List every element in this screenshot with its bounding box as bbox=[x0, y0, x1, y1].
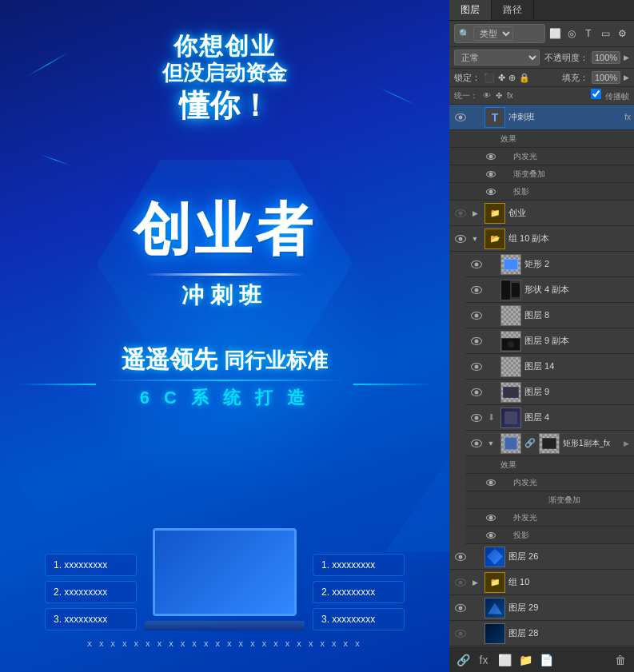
propagate-check[interactable] bbox=[591, 89, 601, 99]
layer-expand-group10copy[interactable]: ▼ bbox=[469, 233, 481, 245]
tab-paths[interactable]: 路径 bbox=[492, 0, 534, 20]
layer-expand-layer14[interactable] bbox=[484, 360, 497, 373]
layer-item-layer14[interactable]: 图层 14 bbox=[465, 354, 634, 380]
lock-all-btn[interactable]: 🔒 bbox=[519, 73, 530, 83]
opacity-input[interactable] bbox=[592, 51, 620, 64]
effect-inner-glow-rect1[interactable]: 内发光 bbox=[465, 474, 634, 491]
layer-name-chongciban: 冲刺班 bbox=[508, 111, 621, 123]
layer-item-layer4[interactable]: ⬇ 图层 4 bbox=[465, 405, 634, 431]
top-text-area: 你想创业 但没启动资金 懂你！ bbox=[0, 32, 449, 126]
fill-input[interactable] bbox=[592, 71, 620, 84]
layer-item-layer9[interactable]: 图层 9 bbox=[465, 380, 634, 405]
layer-item-layer9copy[interactable]: 图层 9 副本 bbox=[465, 328, 634, 354]
outer-glow-label: 外发光 bbox=[513, 512, 537, 523]
effect-gradient-overlay[interactable]: 渐变叠加 bbox=[449, 165, 634, 183]
layer-item-layer8[interactable]: 图层 8 bbox=[465, 303, 634, 328]
layer-item-rect2[interactable]: 矩形 2 bbox=[465, 252, 634, 277]
add-mask-btn[interactable]: ⬜ bbox=[496, 651, 513, 669]
layer-name-chuangye: 创业 bbox=[508, 207, 631, 219]
layer-visibility-layer14[interactable] bbox=[469, 359, 484, 375]
layer-expand-layer28[interactable] bbox=[469, 627, 481, 640]
eye-icon-chongciban bbox=[455, 113, 466, 121]
layer-visibility-layer28[interactable] bbox=[453, 626, 469, 642]
layer-item-chuangye[interactable]: ▶ 📁 创业 bbox=[449, 201, 634, 226]
effect-vis-gradient[interactable] bbox=[484, 168, 497, 181]
fill-arrow[interactable]: ▶ bbox=[624, 74, 629, 82]
effect-vis-innerglow-rect1[interactable] bbox=[484, 476, 497, 489]
layer-expand-chuangye[interactable]: ▶ bbox=[469, 207, 481, 220]
layer-item-layer29[interactable]: 图层 29 bbox=[449, 595, 634, 621]
search-box[interactable]: 🔍 类型 bbox=[454, 24, 545, 43]
main-title-text: 创业者 bbox=[0, 192, 449, 268]
effect-header-chongciban: 效果 bbox=[449, 130, 634, 148]
layer-visibility-group10[interactable] bbox=[453, 575, 469, 590]
layer-link-btn[interactable]: 🔗 bbox=[454, 651, 472, 669]
gradient-overlay-label: 渐变叠加 bbox=[513, 169, 545, 180]
effect-shadow-rect1[interactable]: 投影 bbox=[465, 527, 634, 544]
blend-mode-select[interactable]: 正常 bbox=[454, 50, 540, 66]
pixel-filter-btn[interactable]: ⬜ bbox=[548, 26, 562, 41]
unify-visibility-btn[interactable]: 👁 bbox=[483, 91, 491, 100]
layer-visibility-rect2[interactable] bbox=[469, 256, 484, 272]
deco-line-left bbox=[16, 384, 96, 385]
effect-inner-glow[interactable]: 内发光 bbox=[449, 148, 634, 165]
effect-vis-outerglow[interactable] bbox=[484, 511, 497, 524]
layer-visibility-group10copy[interactable] bbox=[453, 231, 469, 247]
layer-visibility-layer9[interactable] bbox=[469, 384, 484, 400]
opacity-arrow[interactable]: ▶ bbox=[624, 54, 629, 62]
text-filter-btn[interactable]: T bbox=[581, 26, 596, 41]
unify-style-btn[interactable]: fx bbox=[507, 91, 513, 100]
layer-visibility-chuangye[interactable] bbox=[453, 205, 469, 221]
layer-expand-shape4copy[interactable] bbox=[484, 284, 497, 296]
layer-expand-layer29[interactable] bbox=[469, 602, 481, 614]
effect-vis-shadow[interactable] bbox=[484, 185, 497, 198]
layer-item-layer26[interactable]: 图层 26 bbox=[449, 544, 634, 570]
layer-item-chongciban[interactable]: T 冲刺班 fx bbox=[449, 105, 634, 130]
layer-visibility-chongciban[interactable] bbox=[453, 109, 469, 125]
lock-artboard-btn[interactable]: ⊕ bbox=[508, 73, 516, 83]
layer-name-layer8: 图层 8 bbox=[524, 309, 631, 321]
tab-layers[interactable]: 图层 bbox=[449, 0, 492, 20]
lock-pixel-btn[interactable]: ⬛ bbox=[484, 73, 495, 83]
layer-expand-layer9[interactable] bbox=[484, 386, 497, 399]
effect-gradient-rect1[interactable]: 渐变叠加 bbox=[465, 491, 634, 509]
laptop-area: 1. xxxxxxxxx 2. xxxxxxxxx 3. xxxxxxxxx 1… bbox=[16, 528, 433, 630]
layer-item-shape4copy[interactable]: 形状 4 副本 bbox=[465, 277, 634, 303]
layer-expand-group10[interactable]: ▶ bbox=[469, 576, 481, 589]
type-filter-select[interactable]: 类型 bbox=[473, 26, 513, 41]
layer-item-group10copy[interactable]: ▼ 📂 组 10 副本 bbox=[449, 226, 634, 252]
layer-item-layer28[interactable]: 图层 28 bbox=[449, 621, 634, 646]
layer-visibility-layer29[interactable] bbox=[453, 600, 469, 616]
layer-expand-rect1copy[interactable]: ▼ bbox=[484, 437, 497, 450]
layer-item-group10[interactable]: ▶ 📁 组 10 bbox=[449, 570, 634, 595]
layer-visibility-rect1copy[interactable] bbox=[469, 435, 484, 451]
unify-position-btn[interactable]: ✤ bbox=[496, 91, 502, 100]
smart-filter-btn[interactable]: ⚙ bbox=[615, 26, 629, 41]
layer-visibility-shape4copy[interactable] bbox=[469, 282, 484, 298]
layer-expand-layer9copy[interactable] bbox=[484, 335, 497, 348]
layer-expand-layer8[interactable] bbox=[484, 309, 497, 322]
add-style-btn[interactable]: fx bbox=[475, 651, 492, 669]
layer-visibility-layer8[interactable] bbox=[469, 308, 484, 324]
layer-item-rect1copy[interactable]: ▼ 🔗 矩形1副本_fx ▶ bbox=[465, 431, 634, 456]
lock-position-btn[interactable]: ✤ bbox=[498, 73, 505, 83]
layer-expand-layer26[interactable] bbox=[469, 551, 481, 563]
shape-filter-btn[interactable]: ▭ bbox=[598, 26, 612, 41]
effect-vis-innerglow[interactable] bbox=[484, 150, 497, 163]
new-layer-btn[interactable]: 📄 bbox=[537, 651, 555, 669]
layer-visibility-layer9copy[interactable] bbox=[469, 333, 484, 349]
delete-layer-btn[interactable]: 🗑 bbox=[612, 651, 629, 669]
layer-expand-chongciban[interactable] bbox=[469, 111, 481, 124]
eye-icon-innerglow bbox=[486, 153, 496, 160]
propagate-checkbox[interactable]: 传播帧 bbox=[591, 89, 629, 102]
layer-expand-rect2[interactable] bbox=[484, 258, 497, 271]
adjust-filter-btn[interactable]: ◎ bbox=[564, 26, 579, 41]
layer-visibility-layer26[interactable] bbox=[453, 549, 469, 565]
new-group-btn[interactable]: 📁 bbox=[516, 651, 534, 669]
layer-name-group10copy: 组 10 副本 bbox=[508, 233, 631, 245]
layer-visibility-layer4[interactable] bbox=[469, 410, 484, 426]
effect-vis-shadow-rect1[interactable] bbox=[484, 529, 497, 542]
effect-outer-glow-rect1[interactable]: 外发光 bbox=[465, 509, 634, 527]
eye-icon-innerglow-rect1 bbox=[486, 479, 496, 486]
effect-shadow[interactable]: 投影 bbox=[449, 183, 634, 201]
